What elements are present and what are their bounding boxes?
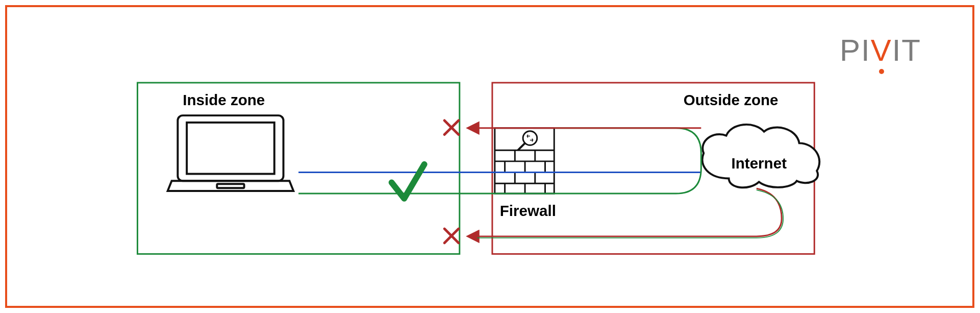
inside-zone-label: Inside zone	[183, 91, 265, 108]
firewall-icon	[495, 128, 554, 194]
outer-frame: P I V I T Inside zone Outside zone	[5, 5, 974, 308]
network-diagram: Inside zone Outside zone	[7, 7, 972, 306]
internet-label: Internet	[732, 155, 787, 172]
firewall-label: Firewall	[500, 202, 556, 219]
x-icon	[444, 121, 459, 135]
svg-point-18	[523, 131, 537, 146]
svg-rect-0	[178, 115, 283, 181]
outside-zone-label: Outside zone	[684, 91, 778, 108]
svg-rect-2	[217, 184, 244, 188]
svg-rect-1	[187, 123, 274, 174]
x-icon	[444, 229, 459, 243]
laptop-icon	[168, 115, 294, 191]
